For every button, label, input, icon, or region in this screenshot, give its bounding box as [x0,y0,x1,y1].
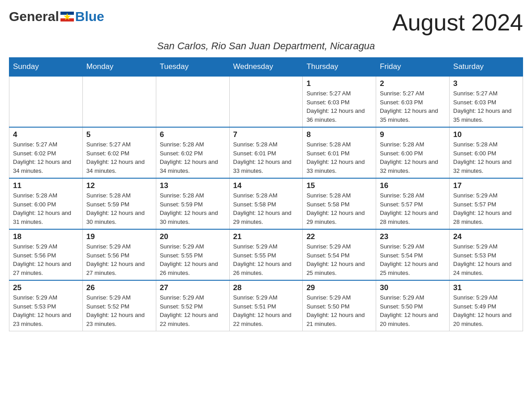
day-info: Sunrise: 5:27 AM Sunset: 6:03 PM Dayligh… [306,89,372,124]
day-info: Sunrise: 5:28 AM Sunset: 6:00 PM Dayligh… [13,191,79,226]
day-info: Sunrise: 5:29 AM Sunset: 5:57 PM Dayligh… [453,191,519,226]
day-info: Sunrise: 5:29 AM Sunset: 5:55 PM Dayligh… [160,242,226,277]
calendar-cell: 5Sunrise: 5:27 AM Sunset: 6:02 PM Daylig… [82,127,156,178]
calendar-cell: 29Sunrise: 5:29 AM Sunset: 5:50 PM Dayli… [303,280,376,331]
page-header: General Blue August 2024 [9,9,523,36]
weekday-header-wednesday: Wednesday [229,58,303,77]
day-info: Sunrise: 5:28 AM Sunset: 5:58 PM Dayligh… [306,191,372,226]
day-number: 21 [233,232,299,241]
day-number: 15 [306,181,372,190]
day-number: 31 [453,283,519,292]
calendar-cell [9,76,83,127]
calendar-cell: 17Sunrise: 5:29 AM Sunset: 5:57 PM Dayli… [450,178,523,229]
calendar-cell: 15Sunrise: 5:28 AM Sunset: 5:58 PM Dayli… [303,178,376,229]
day-number: 22 [306,232,372,241]
weekday-header-thursday: Thursday [303,58,376,77]
day-info: Sunrise: 5:28 AM Sunset: 6:00 PM Dayligh… [453,140,519,175]
location-title: San Carlos, Rio San Juan Department, Nic… [9,40,523,52]
day-number: 17 [453,181,519,190]
calendar-cell: 31Sunrise: 5:29 AM Sunset: 5:49 PM Dayli… [450,280,523,331]
day-number: 29 [306,283,372,292]
day-info: Sunrise: 5:27 AM Sunset: 6:03 PM Dayligh… [380,89,446,124]
month-title: August 2024 [392,9,523,36]
weekday-header-friday: Friday [376,58,450,77]
day-info: Sunrise: 5:29 AM Sunset: 5:55 PM Dayligh… [233,242,299,277]
calendar-cell: 23Sunrise: 5:29 AM Sunset: 5:54 PM Dayli… [376,229,450,280]
day-number: 25 [13,283,79,292]
calendar-cell: 20Sunrise: 5:29 AM Sunset: 5:55 PM Dayli… [156,229,229,280]
week-row-3: 11Sunrise: 5:28 AM Sunset: 6:00 PM Dayli… [9,178,523,229]
calendar-cell: 19Sunrise: 5:29 AM Sunset: 5:56 PM Dayli… [82,229,156,280]
day-number: 26 [86,283,152,292]
calendar-cell: 27Sunrise: 5:29 AM Sunset: 5:52 PM Dayli… [156,280,229,331]
logo: General Blue [9,9,104,36]
calendar-cell: 24Sunrise: 5:29 AM Sunset: 5:53 PM Dayli… [450,229,523,280]
day-number: 12 [86,181,152,190]
calendar-cell [229,76,303,127]
calendar-cell: 4Sunrise: 5:27 AM Sunset: 6:02 PM Daylig… [9,127,83,178]
logo-general-text: General [9,9,59,24]
day-number: 13 [160,181,226,190]
calendar-cell: 10Sunrise: 5:28 AM Sunset: 6:00 PM Dayli… [450,127,523,178]
week-row-2: 4Sunrise: 5:27 AM Sunset: 6:02 PM Daylig… [9,127,523,178]
calendar-cell: 12Sunrise: 5:28 AM Sunset: 5:59 PM Dayli… [82,178,156,229]
calendar-cell [82,76,156,127]
day-number: 7 [233,130,299,139]
day-number: 18 [13,232,79,241]
calendar-cell: 14Sunrise: 5:28 AM Sunset: 5:58 PM Dayli… [229,178,303,229]
day-number: 14 [233,181,299,190]
day-info: Sunrise: 5:29 AM Sunset: 5:56 PM Dayligh… [86,242,152,277]
calendar-cell: 9Sunrise: 5:28 AM Sunset: 6:00 PM Daylig… [376,127,450,178]
calendar-cell: 8Sunrise: 5:28 AM Sunset: 6:01 PM Daylig… [303,127,376,178]
day-info: Sunrise: 5:28 AM Sunset: 5:59 PM Dayligh… [160,191,226,226]
day-number: 6 [160,130,226,139]
calendar-cell: 6Sunrise: 5:28 AM Sunset: 6:02 PM Daylig… [156,127,229,178]
weekday-header-saturday: Saturday [450,58,523,77]
day-number: 27 [160,283,226,292]
day-info: Sunrise: 5:29 AM Sunset: 5:52 PM Dayligh… [86,293,152,328]
day-info: Sunrise: 5:28 AM Sunset: 6:01 PM Dayligh… [233,140,299,175]
week-row-4: 18Sunrise: 5:29 AM Sunset: 5:56 PM Dayli… [9,229,523,280]
calendar-cell: 26Sunrise: 5:29 AM Sunset: 5:52 PM Dayli… [82,280,156,331]
day-number: 11 [13,181,79,190]
day-info: Sunrise: 5:27 AM Sunset: 6:02 PM Dayligh… [86,140,152,175]
day-info: Sunrise: 5:28 AM Sunset: 6:02 PM Dayligh… [160,140,226,175]
day-number: 16 [380,181,446,190]
day-info: Sunrise: 5:27 AM Sunset: 6:03 PM Dayligh… [453,89,519,124]
day-info: Sunrise: 5:29 AM Sunset: 5:54 PM Dayligh… [380,242,446,277]
day-number: 24 [453,232,519,241]
calendar-header-row: SundayMondayTuesdayWednesdayThursdayFrid… [9,58,523,77]
day-info: Sunrise: 5:29 AM Sunset: 5:49 PM Dayligh… [453,293,519,328]
calendar-cell: 11Sunrise: 5:28 AM Sunset: 6:00 PM Dayli… [9,178,83,229]
day-number: 8 [306,130,372,139]
calendar-cell: 16Sunrise: 5:28 AM Sunset: 5:57 PM Dayli… [376,178,450,229]
calendar-table: SundayMondayTuesdayWednesdayThursdayFrid… [9,57,523,331]
calendar-cell: 3Sunrise: 5:27 AM Sunset: 6:03 PM Daylig… [450,76,523,127]
logo-blue-text: Blue [75,9,104,24]
svg-rect-2 [60,18,74,21]
day-number: 19 [86,232,152,241]
day-number: 20 [160,232,226,241]
calendar-cell: 1Sunrise: 5:27 AM Sunset: 6:03 PM Daylig… [303,76,376,127]
calendar-cell [156,76,229,127]
day-info: Sunrise: 5:28 AM Sunset: 6:00 PM Dayligh… [380,140,446,175]
weekday-header-tuesday: Tuesday [156,58,229,77]
calendar-cell: 2Sunrise: 5:27 AM Sunset: 6:03 PM Daylig… [376,76,450,127]
day-number: 30 [380,283,446,292]
calendar-cell: 21Sunrise: 5:29 AM Sunset: 5:55 PM Dayli… [229,229,303,280]
day-info: Sunrise: 5:29 AM Sunset: 5:52 PM Dayligh… [160,293,226,328]
calendar-cell: 25Sunrise: 5:29 AM Sunset: 5:53 PM Dayli… [9,280,83,331]
calendar-cell: 30Sunrise: 5:29 AM Sunset: 5:50 PM Dayli… [376,280,450,331]
week-row-5: 25Sunrise: 5:29 AM Sunset: 5:53 PM Dayli… [9,280,523,331]
day-info: Sunrise: 5:29 AM Sunset: 5:53 PM Dayligh… [453,242,519,277]
day-info: Sunrise: 5:29 AM Sunset: 5:53 PM Dayligh… [13,293,79,328]
day-number: 28 [233,283,299,292]
day-number: 23 [380,232,446,241]
day-number: 1 [306,79,372,88]
day-number: 5 [86,130,152,139]
calendar-cell: 13Sunrise: 5:28 AM Sunset: 5:59 PM Dayli… [156,178,229,229]
day-number: 9 [380,130,446,139]
day-info: Sunrise: 5:27 AM Sunset: 6:02 PM Dayligh… [13,140,79,175]
day-number: 10 [453,130,519,139]
day-info: Sunrise: 5:29 AM Sunset: 5:50 PM Dayligh… [380,293,446,328]
